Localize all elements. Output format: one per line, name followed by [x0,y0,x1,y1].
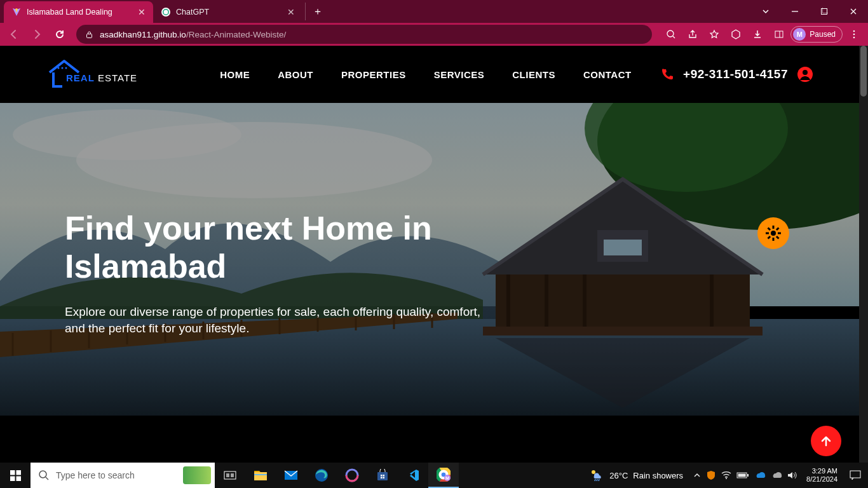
arrow-up-icon [819,434,833,448]
taskbar-clock[interactable]: 3:29 AM 8/21/2024 [801,467,843,484]
chrome-icon[interactable]: M [428,463,459,488]
svg-rect-69 [383,475,385,477]
back-button[interactable] [4,24,24,44]
svg-point-12 [58,67,60,69]
hero-subtitle: Explore our diverse range of properties … [65,304,503,337]
phone-link[interactable]: +92-311-501-4157 [660,67,788,81]
scroll-to-top-button[interactable] [811,426,841,456]
tray-volume-icon[interactable] [787,471,797,480]
download-icon[interactable] [747,24,768,44]
mail-icon[interactable] [276,463,306,488]
search-placeholder: Type here to search [56,470,135,480]
sidepanel-icon[interactable] [769,24,789,44]
svg-point-14 [65,67,67,69]
nav-clients[interactable]: CLIENTS [512,69,555,80]
clock-date: 8/21/2024 [806,475,837,484]
close-window-button[interactable] [839,0,868,23]
notifications-button[interactable] [843,463,868,488]
nav-about[interactable]: ABOUT [278,69,313,80]
close-icon[interactable]: ✕ [138,7,146,17]
svg-rect-45 [773,238,775,241]
address-bar[interactable]: asadkhan911.github.io/React-Animated-Web… [76,25,652,44]
svg-line-57 [46,477,48,480]
weather-temp: 26°C [609,471,628,480]
svg-rect-4 [87,34,92,37]
chevron-down-icon[interactable] [751,0,780,23]
share-icon[interactable] [682,24,703,44]
nav-properties[interactable]: PROPERTIES [341,69,406,80]
browser-toolbar: asadkhan911.github.io/React-Animated-Web… [0,23,868,46]
svg-rect-53 [16,470,21,475]
nav-contact[interactable]: CONTACT [583,69,632,80]
search-icon [38,470,50,481]
svg-point-56 [39,471,46,478]
tab-strip: Islamabad Land Dealing ✕ ChatGPT ✕ ＋ [0,0,323,23]
svg-point-5 [667,30,674,37]
svg-rect-60 [231,473,234,477]
close-icon[interactable]: ✕ [287,7,295,17]
tray-onedrive-icon[interactable] [754,471,766,479]
vscode-icon[interactable] [398,463,428,488]
tray-chevron-icon[interactable] [693,471,701,479]
extension-icon[interactable] [726,24,746,44]
svg-point-16 [803,70,808,75]
weather-widget[interactable]: 26°C Rain showers [590,468,689,482]
chatgpt-icon [161,7,171,17]
window-controls [751,0,868,23]
svg-point-80 [592,470,595,474]
svg-rect-68 [381,475,383,477]
svg-rect-58 [224,471,236,479]
minimize-button[interactable] [780,0,810,23]
svg-rect-55 [16,476,21,481]
nav-home[interactable]: HOME [220,69,250,80]
svg-point-10 [853,34,855,36]
tray-wifi-icon[interactable] [721,471,731,480]
start-button[interactable] [0,463,31,488]
logo[interactable]: REAL ESTATE [46,57,137,92]
svg-rect-48 [776,227,780,231]
svg-point-11 [853,37,855,39]
zoom-icon[interactable] [661,24,681,44]
profile-status: Paused [810,30,836,39]
maximize-button[interactable] [810,0,839,23]
svg-rect-70 [381,477,383,479]
taskbar-search[interactable]: Type here to search [31,463,215,488]
page-viewport: REAL ESTATE HOME ABOUT PROPERTIES SERVIC… [0,46,859,463]
clock-time: 3:29 AM [806,467,837,475]
nav-services[interactable]: SERVICES [434,69,485,80]
forward-button[interactable] [27,24,47,44]
svg-rect-51 [776,236,780,240]
user-icon[interactable] [797,66,813,83]
svg-point-81 [726,478,727,479]
settings-button[interactable] [757,217,789,249]
url-text: asadkhan911.github.io/React-Animated-Web… [100,30,286,39]
copilot-icon[interactable] [337,463,367,488]
edge-icon[interactable] [306,463,337,488]
scrollbar[interactable] [859,46,868,463]
store-icon[interactable] [367,463,398,488]
svg-line-6 [673,36,675,38]
tab-1[interactable]: Islamabad Land Dealing ✕ [4,1,153,23]
bookmark-icon[interactable] [704,24,724,44]
lock-icon [85,30,93,39]
gear-icon [765,225,782,241]
svg-rect-50 [767,227,771,231]
new-tab-button[interactable]: ＋ [305,3,323,20]
kebab-menu-icon[interactable] [844,24,864,44]
search-promo-icon [183,466,211,484]
reload-button[interactable] [50,24,70,44]
profile-button[interactable]: M Paused [790,26,843,43]
explorer-icon[interactable] [245,463,276,488]
main-nav: HOME ABOUT PROPERTIES SERVICES CLIENTS C… [220,69,632,80]
tray-cloud-icon[interactable] [771,471,782,479]
tray-battery-icon[interactable] [736,471,749,479]
taskbar-apps: M [215,463,459,488]
tray-security-icon[interactable] [706,470,716,480]
svg-rect-2 [822,9,827,15]
svg-rect-52 [10,470,15,475]
scrollbar-thumb[interactable] [860,46,867,97]
header-right: +92-311-501-4157 [660,66,813,83]
taskview-icon[interactable] [215,463,245,488]
svg-rect-7 [775,31,783,37]
tab-2[interactable]: ChatGPT ✕ [153,1,302,23]
